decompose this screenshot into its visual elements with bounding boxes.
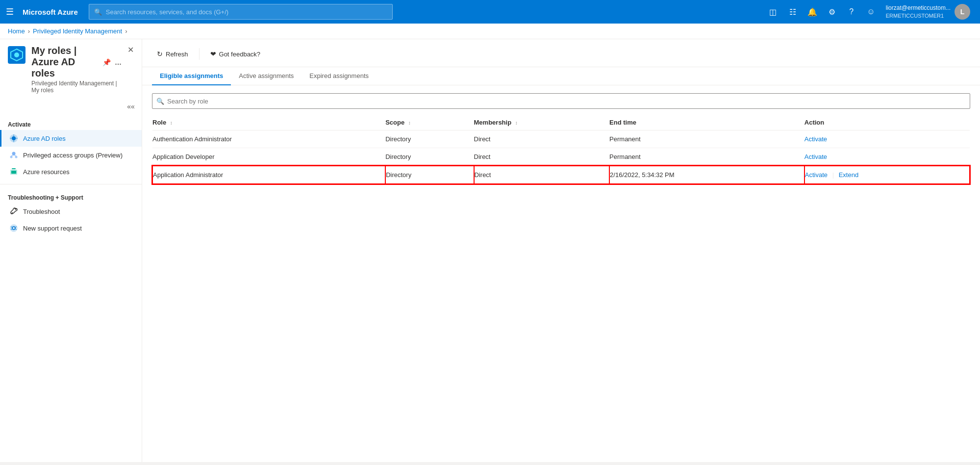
settings-icon[interactable]: ⚙ — [823, 3, 841, 21]
table-row: Authentication Administrator Directory D… — [152, 130, 970, 148]
action-separator: | — [832, 171, 834, 179]
cell-membership: Direct — [474, 166, 610, 184]
bell-icon[interactable]: 🔔 — [804, 3, 821, 21]
sidebar-divider — [0, 184, 142, 184]
search-wrapper[interactable]: 🔍 — [152, 93, 970, 109]
col-endtime[interactable]: End time — [609, 115, 804, 130]
user-text: liorzat@ermeticcustom... ERMETICCUSTOMER… — [886, 4, 951, 19]
svg-point-13 — [10, 225, 17, 232]
directory-icon[interactable]: ☷ — [784, 3, 802, 21]
tab-eligible-assignments[interactable]: Eligible assignments — [152, 67, 231, 85]
pag-icon — [9, 151, 18, 159]
breadcrumb-separator-2: › — [125, 27, 127, 35]
cell-membership: Direct — [474, 130, 610, 148]
breadcrumb-separator-1: › — [28, 27, 30, 35]
svg-point-7 — [15, 156, 18, 158]
content-toolbar: ↻ Refresh ❤ Got feedback? — [142, 39, 980, 67]
activate-section-label: Activate — [0, 115, 142, 130]
col-role[interactable]: Role ↕ — [152, 115, 385, 130]
sidebar-collapse: «« — [0, 98, 142, 115]
close-button[interactable]: ✕ — [127, 45, 134, 54]
sidebar-item-new-support-request[interactable]: New support request — [0, 220, 142, 236]
support-icon — [9, 224, 18, 232]
cell-action: Activate — [804, 148, 970, 166]
table-area: 🔍 Role ↕ Scope ↕ — [142, 85, 980, 192]
col-scope[interactable]: Scope ↕ — [385, 115, 474, 130]
user-tenant: ERMETICCUSTOMER1 — [886, 12, 951, 19]
svg-rect-11 — [11, 171, 16, 174]
sidebar-item-troubleshoot[interactable]: Troubleshoot — [0, 203, 142, 220]
help-icon[interactable]: ? — [843, 3, 860, 21]
cell-role: Application Administrator — [152, 166, 385, 184]
feedback-button[interactable]: ❤ Got feedback? — [205, 47, 266, 61]
col-action: Action — [804, 115, 970, 130]
sidebar-item-azure-resources[interactable]: Azure resources — [0, 163, 142, 180]
refresh-icon: ↻ — [157, 50, 163, 58]
global-search[interactable]: 🔍 Search resources, services, and docs (… — [89, 4, 393, 20]
heart-icon: ❤ — [210, 50, 216, 58]
cloud-shell-icon[interactable]: ◫ — [764, 3, 782, 21]
membership-sort-icon: ↕ — [515, 120, 518, 126]
avatar[interactable]: L — [955, 4, 970, 20]
col-membership[interactable]: Membership ↕ — [474, 115, 610, 130]
sidebar-label-azure-ad-roles: Azure AD roles — [23, 135, 66, 142]
cell-action: Activate — [804, 130, 970, 148]
search-icon: 🔍 — [94, 8, 102, 16]
search-input[interactable] — [167, 98, 966, 105]
extend-link-row2[interactable]: Extend — [839, 171, 858, 179]
cell-role: Application Developer — [152, 148, 385, 166]
svg-point-5 — [12, 152, 16, 155]
top-navigation: ☰ Microsoft Azure 🔍 Search resources, se… — [0, 0, 980, 24]
breadcrumb-pim[interactable]: Privileged Identity Management — [33, 27, 122, 35]
search-icon: 🔍 — [156, 98, 164, 105]
sidebar-item-azure-ad-roles[interactable]: Azure AD roles — [0, 130, 142, 147]
table-row-highlighted: Application Administrator Directory Dire… — [152, 166, 970, 184]
role-sort-icon: ↕ — [170, 120, 173, 126]
activate-link-row0[interactable]: Activate — [804, 135, 827, 143]
svg-line-9 — [14, 155, 16, 156]
activate-link-row2[interactable]: Activate — [805, 171, 828, 179]
table-row: Application Developer Directory Direct P… — [152, 148, 970, 166]
page-title-area: My roles | Azure AD roles 📌 … Privileged… — [31, 45, 122, 94]
refresh-button[interactable]: ↻ Refresh — [152, 47, 193, 61]
content-area: ↻ Refresh ❤ Got feedback? Eligible assig… — [142, 39, 980, 462]
tab-expired-assignments[interactable]: Expired assignments — [302, 67, 377, 85]
more-options-icon[interactable]: … — [115, 58, 122, 66]
brand-logo: Microsoft Azure — [23, 8, 78, 16]
svg-line-8 — [11, 155, 14, 156]
cell-membership: Direct — [474, 148, 610, 166]
page-header: My roles | Azure AD roles 📌 … Privileged… — [0, 39, 142, 98]
page-title-text: My roles | Azure AD roles — [31, 45, 99, 79]
search-placeholder: Search resources, services, and docs (G+… — [106, 8, 228, 16]
tabs-bar: Eligible assignments Active assignments … — [142, 67, 980, 85]
toolbar-separator — [199, 48, 200, 60]
assignments-table: Role ↕ Scope ↕ Membership ↕ End time — [152, 115, 970, 184]
cell-scope: Directory — [385, 130, 474, 148]
azure-resources-icon — [9, 167, 18, 176]
tab-active-assignments[interactable]: Active assignments — [231, 67, 302, 85]
activate-link-row1[interactable]: Activate — [804, 153, 827, 160]
sidebar-label-azure-resources: Azure resources — [23, 168, 70, 176]
sidebar-label-new-support-request: New support request — [23, 225, 82, 232]
nav-icons-group: ◫ ☷ 🔔 ⚙ ? ☺ liorzat@ermeticcustom... ERM… — [764, 2, 974, 22]
hamburger-menu[interactable]: ☰ — [6, 6, 14, 17]
page-title: My roles | Azure AD roles 📌 … — [31, 45, 122, 79]
refresh-label: Refresh — [166, 51, 188, 58]
cell-endtime: 2/16/2022, 5:34:32 PM — [609, 166, 804, 184]
cell-role: Authentication Administrator — [152, 130, 385, 148]
pin-icon[interactable]: 📌 — [102, 58, 111, 66]
table-header-row: Role ↕ Scope ↕ Membership ↕ End time — [152, 115, 970, 130]
cell-endtime: Permanent — [609, 130, 804, 148]
smiley-icon[interactable]: ☺ — [862, 3, 880, 21]
troubleshooting-section-label: Troubleshooting + Support — [0, 188, 142, 203]
scope-sort-icon: ↕ — [408, 120, 411, 126]
sidebar-item-privileged-access-groups[interactable]: Privileged access groups (Preview) — [0, 147, 142, 163]
user-name: liorzat@ermeticcustom... — [886, 4, 951, 12]
breadcrumb-home[interactable]: Home — [8, 27, 25, 35]
cell-endtime: Permanent — [609, 148, 804, 166]
collapse-sidebar-button[interactable]: «« — [124, 100, 138, 113]
sidebar-label-pag: Privileged access groups (Preview) — [23, 152, 123, 159]
user-menu[interactable]: liorzat@ermeticcustom... ERMETICCUSTOMER… — [882, 2, 974, 22]
sidebar-label-troubleshoot: Troubleshoot — [23, 208, 60, 215]
toolbar: ↻ Refresh ❤ Got feedback? — [152, 47, 970, 61]
